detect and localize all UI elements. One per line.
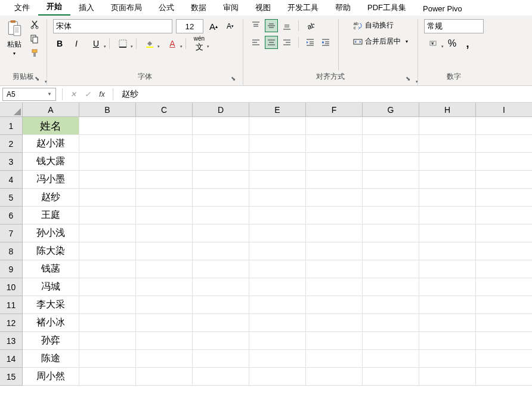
cell[interactable] bbox=[363, 117, 419, 135]
cell[interactable] bbox=[476, 225, 532, 242]
cell[interactable] bbox=[306, 314, 363, 332]
cell[interactable] bbox=[419, 135, 476, 153]
cell[interactable] bbox=[363, 332, 419, 350]
menu-item[interactable]: 数据 bbox=[183, 0, 215, 16]
cell[interactable]: 孙弈 bbox=[23, 332, 79, 350]
cell[interactable]: 李大采 bbox=[23, 296, 79, 314]
cell[interactable]: 姓名 bbox=[23, 117, 79, 135]
cell[interactable] bbox=[136, 189, 193, 207]
cell[interactable] bbox=[249, 332, 306, 350]
cell[interactable] bbox=[193, 350, 249, 368]
orientation-button[interactable]: ab▾ bbox=[304, 19, 317, 32]
border-button[interactable]: ▾ bbox=[113, 37, 132, 50]
row-header[interactable]: 11 bbox=[0, 296, 23, 314]
cell[interactable] bbox=[193, 368, 249, 386]
cell[interactable] bbox=[193, 207, 249, 225]
fill-color-button[interactable]: ▾ bbox=[140, 37, 159, 50]
underline-button[interactable]: U▾ bbox=[86, 37, 106, 50]
cell[interactable] bbox=[249, 153, 306, 171]
row-header[interactable]: 7 bbox=[0, 225, 23, 242]
column-header[interactable]: D bbox=[193, 103, 249, 117]
fx-icon[interactable]: fx bbox=[95, 90, 109, 99]
cell[interactable] bbox=[306, 242, 363, 260]
cell[interactable] bbox=[79, 207, 136, 225]
cell[interactable] bbox=[193, 278, 249, 296]
cell[interactable] bbox=[249, 117, 306, 135]
increase-font-icon[interactable]: A▴ bbox=[207, 20, 220, 33]
cell[interactable] bbox=[249, 296, 306, 314]
cell[interactable] bbox=[419, 153, 476, 171]
cell[interactable] bbox=[306, 153, 363, 171]
cell[interactable] bbox=[476, 278, 532, 296]
cell[interactable] bbox=[136, 242, 193, 260]
menu-item[interactable]: 开发工具 bbox=[279, 0, 327, 16]
decrease-font-icon[interactable]: A▾ bbox=[224, 20, 237, 33]
cell[interactable] bbox=[476, 332, 532, 350]
cell[interactable] bbox=[476, 153, 532, 171]
cell[interactable]: 孙小浅 bbox=[23, 225, 79, 242]
cell[interactable]: 钱菡 bbox=[23, 260, 79, 278]
row-header[interactable]: 13 bbox=[0, 332, 23, 350]
cell[interactable] bbox=[363, 153, 419, 171]
cell[interactable] bbox=[476, 207, 532, 225]
cell[interactable] bbox=[363, 278, 419, 296]
cell[interactable] bbox=[476, 314, 532, 332]
cell[interactable] bbox=[79, 278, 136, 296]
cell[interactable] bbox=[476, 242, 532, 260]
cell[interactable] bbox=[193, 153, 249, 171]
cell[interactable] bbox=[136, 171, 193, 189]
cell[interactable] bbox=[193, 171, 249, 189]
cell[interactable] bbox=[193, 135, 249, 153]
cell[interactable] bbox=[419, 350, 476, 368]
cell[interactable] bbox=[363, 260, 419, 278]
cell[interactable] bbox=[419, 296, 476, 314]
cancel-formula-icon[interactable]: ✕ bbox=[66, 90, 81, 99]
cell[interactable] bbox=[476, 117, 532, 135]
align-middle-icon[interactable] bbox=[265, 19, 278, 32]
cell[interactable] bbox=[79, 135, 136, 153]
cell[interactable]: 陈大染 bbox=[23, 242, 79, 260]
phonetic-button[interactable]: wén文▾ bbox=[190, 37, 209, 50]
column-header[interactable]: B bbox=[79, 103, 136, 117]
cell[interactable] bbox=[306, 135, 363, 153]
accounting-format-button[interactable]: ¥▾ bbox=[424, 37, 443, 50]
cell[interactable] bbox=[249, 135, 306, 153]
align-center-icon[interactable] bbox=[265, 36, 278, 49]
cell[interactable] bbox=[136, 314, 193, 332]
cell[interactable] bbox=[306, 368, 363, 386]
cell[interactable] bbox=[79, 242, 136, 260]
menu-item[interactable]: 插入 bbox=[70, 0, 103, 16]
decrease-indent-icon[interactable] bbox=[304, 36, 317, 49]
cell[interactable] bbox=[476, 296, 532, 314]
cell[interactable] bbox=[249, 314, 306, 332]
paste-button[interactable] bbox=[6, 19, 23, 38]
row-header[interactable]: 1 bbox=[0, 117, 23, 135]
font-color-button[interactable]: A▾ bbox=[163, 37, 182, 50]
cell[interactable] bbox=[79, 225, 136, 242]
row-header[interactable]: 9 bbox=[0, 260, 23, 278]
clipboard-dialog-icon[interactable]: ⬊ bbox=[35, 75, 39, 82]
number-format-select[interactable] bbox=[424, 19, 484, 33]
cell[interactable] bbox=[476, 189, 532, 207]
cell[interactable] bbox=[193, 314, 249, 332]
menu-item[interactable]: 审阅 bbox=[215, 0, 247, 16]
cell[interactable] bbox=[306, 332, 363, 350]
cell[interactable] bbox=[306, 260, 363, 278]
cell[interactable] bbox=[79, 153, 136, 171]
row-header[interactable]: 5 bbox=[0, 189, 23, 207]
cell[interactable] bbox=[419, 171, 476, 189]
cell[interactable]: 褚小冰 bbox=[23, 314, 79, 332]
cell[interactable] bbox=[306, 117, 363, 135]
paste-dropdown[interactable]: ▾ bbox=[13, 51, 16, 56]
cell[interactable]: 赵纱 bbox=[23, 189, 79, 207]
cell[interactable] bbox=[79, 368, 136, 386]
cell[interactable] bbox=[79, 350, 136, 368]
cell[interactable] bbox=[419, 278, 476, 296]
cell[interactable] bbox=[363, 314, 419, 332]
copy-icon[interactable]: ▾ bbox=[29, 33, 41, 44]
cell[interactable] bbox=[136, 207, 193, 225]
cell[interactable] bbox=[193, 260, 249, 278]
row-header[interactable]: 14 bbox=[0, 350, 23, 368]
cell[interactable] bbox=[249, 189, 306, 207]
cell[interactable] bbox=[193, 242, 249, 260]
